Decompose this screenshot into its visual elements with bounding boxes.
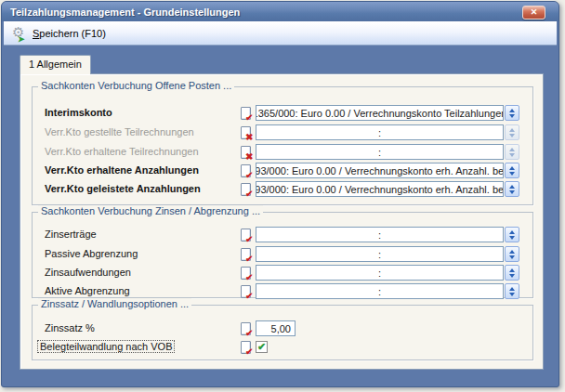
close-button[interactable]: ✕ <box>522 6 545 20</box>
spin-down-icon <box>509 114 515 118</box>
spin-up-icon <box>509 128 515 132</box>
group-title: Sachkonten Verbuchung Offene Posten ... <box>38 80 234 91</box>
title-bar[interactable]: Teilzahlungsmanagement - Grundeinstellun… <box>2 2 558 21</box>
window-title: Teilzahlungsmanagement - Grundeinstellun… <box>10 7 240 18</box>
field-label: Aktive Abgrenzung <box>45 285 130 296</box>
field-row-erhaltene-teilrechnungen: Verr.Kto erhaltene Teilrechnungen ✖ : <box>33 144 532 160</box>
account-combo[interactable]: 1593/000: Euro 0.00 / Verrechnungskonto … <box>256 181 504 197</box>
page-icon: ✔ <box>241 248 251 261</box>
spinner-button[interactable] <box>505 105 519 121</box>
page-icon: ✔ <box>241 285 251 298</box>
group-offene-posten: Sachkonten Verbuchung Offene Posten ... … <box>32 86 533 205</box>
group-zinssatz-wandlung: Zinssatz / Wandlungsoptionen ... Zinssat… <box>32 305 533 360</box>
group-title: Zinssatz / Wandlungsoptionen ... <box>38 298 191 309</box>
tab-label: 1 Allgemein <box>29 59 82 70</box>
field-row-interimskonto: Interimskonto ✔ 1365/000: Euro 0.00 / Ve… <box>33 105 532 121</box>
red-check-icon[interactable]: ✔ <box>238 339 253 355</box>
toolbar: ⚙ ➤ Speichern (F10) <box>4 21 557 46</box>
field-row-aktive-abgrenzung: Aktive Abgrenzung ✔ : <box>33 283 532 299</box>
red-check-icon[interactable]: ✔ <box>238 181 253 197</box>
field-label: Verr.Kto erhaltene Teilrechnungen <box>45 146 199 157</box>
spin-up-icon <box>509 185 515 189</box>
save-gear-icon: ⚙ ➤ <box>12 26 28 42</box>
spinner-button[interactable] <box>505 163 519 178</box>
page-icon: ✔ <box>241 107 251 120</box>
field-row-zinsaufwendungen: Zinsaufwendungen ✔ : <box>33 265 532 281</box>
red-check-icon[interactable]: ✔ <box>238 227 253 242</box>
close-icon: ✕ <box>531 8 538 17</box>
account-combo[interactable]: : <box>256 227 504 242</box>
spinner-button <box>505 124 519 140</box>
red-check-icon[interactable]: ✔ <box>238 163 253 178</box>
field-label: Verr.Kto erhaltene Anzahlungen <box>45 164 199 176</box>
spin-up-icon <box>509 268 515 272</box>
field-label: Passive Abgrenzung <box>45 248 138 259</box>
account-combo: : <box>256 124 504 140</box>
field-row-gestellte-teilrechnungen: Verr.Kto gestellte Teilrechnungen ✖ : <box>33 124 532 140</box>
spin-up-icon <box>509 109 515 112</box>
tab-allgemein[interactable]: 1 Allgemein <box>20 55 91 74</box>
field-row-passive-abgrenzung: Passive Abgrenzung ✔ : <box>33 246 532 262</box>
group-title: Sachkonten Verbuchung Zinsen / Abgrenzun… <box>38 205 263 216</box>
page-icon: ✔ <box>241 267 251 280</box>
spinner-button[interactable] <box>505 227 519 242</box>
spinner-button[interactable] <box>505 265 519 281</box>
field-label: Verr.Kto gestellte Teilrechnungen <box>45 126 194 137</box>
red-check-icon[interactable]: ✔ <box>238 246 253 262</box>
spinner-button[interactable] <box>505 181 519 197</box>
page-icon: ✔ <box>241 322 251 335</box>
app-window: Teilzahlungsmanagement - Grundeinstellun… <box>1 1 559 387</box>
field-label: Zinserträge <box>45 229 97 240</box>
field-row-zinsertraege: Zinserträge ✔ : <box>33 227 532 242</box>
settings-panel: Sachkonten Verbuchung Offene Posten ... … <box>20 73 544 370</box>
spin-down-icon <box>509 293 515 296</box>
red-check-icon[interactable]: ✔ <box>238 105 253 121</box>
account-combo[interactable]: 1593/000: Euro 0.00 / Verrechnungskonto … <box>256 163 504 178</box>
spin-up-icon <box>509 287 515 291</box>
zinssatz-input[interactable]: 5,00 <box>256 320 296 336</box>
field-row-vob: Belegteilwandlung nach VOB ✔ ✔ <box>33 339 532 355</box>
spinner-button[interactable] <box>505 283 519 299</box>
spin-up-icon <box>509 230 515 234</box>
red-check-icon[interactable]: ✔ <box>238 265 253 281</box>
spin-down-icon <box>509 134 515 137</box>
spin-down-icon <box>509 153 515 157</box>
field-label: Zinsaufwendungen <box>45 267 131 278</box>
field-row-geleistete-anzahlungen: Verr.Kto geleistete Anzahlungen ✔ 1593/0… <box>33 181 532 197</box>
field-row-zinssatz: Zinssatz % ✔ 5,00 <box>33 320 532 336</box>
spinner-button[interactable] <box>505 246 519 262</box>
field-label: Belegteilwandlung nach VOB <box>38 341 174 352</box>
red-check-icon[interactable]: ✔ <box>238 283 253 299</box>
field-row-erhaltene-anzahlungen: Verr.Kto erhaltene Anzahlungen ✔ 1593/00… <box>33 163 532 178</box>
page-icon: ✖ <box>241 146 251 159</box>
red-x-icon[interactable]: ✖ <box>238 124 253 140</box>
spin-down-icon <box>509 190 515 194</box>
green-arrow-icon: ➤ <box>18 34 25 44</box>
field-label: Zinssatz % <box>45 322 95 333</box>
spin-up-icon <box>509 250 515 254</box>
field-label: Interimskonto <box>45 107 112 118</box>
spin-up-icon <box>509 166 515 170</box>
red-check-icon[interactable]: ✔ <box>238 320 253 336</box>
spin-down-icon <box>509 255 515 259</box>
spinner-button <box>505 144 519 160</box>
checkbox-check-icon: ✔ <box>257 341 266 352</box>
account-combo[interactable]: : <box>256 246 504 262</box>
page-icon: ✔ <box>241 341 251 354</box>
account-combo[interactable]: 1365/000: Euro 0.00 / Verrechnungskonto … <box>256 105 504 121</box>
account-combo[interactable]: : <box>256 265 504 281</box>
spin-down-icon <box>509 236 515 240</box>
account-combo: : <box>256 144 504 160</box>
account-combo[interactable]: : <box>256 283 504 299</box>
vob-checkbox[interactable]: ✔ <box>256 341 268 353</box>
page-icon: ✔ <box>241 229 251 242</box>
field-label: Verr.Kto geleistete Anzahlungen <box>45 183 201 194</box>
save-button[interactable]: ⚙ ➤ Speichern (F10) <box>7 23 113 44</box>
page-icon: ✖ <box>241 126 251 139</box>
spin-down-icon <box>509 274 515 278</box>
save-button-label: Speichern (F10) <box>33 28 106 39</box>
page-icon: ✔ <box>241 164 251 177</box>
page-icon: ✔ <box>241 183 251 196</box>
red-x-icon[interactable]: ✖ <box>238 144 253 160</box>
spin-down-icon <box>509 172 515 176</box>
